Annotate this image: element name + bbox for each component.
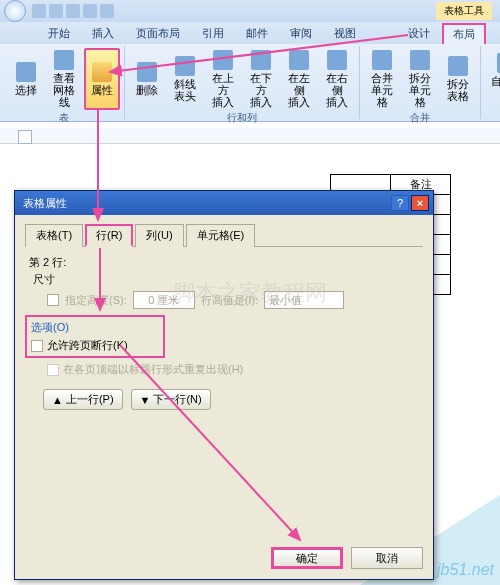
grid-icon [54, 50, 74, 70]
repeat-header-checkbox [47, 364, 59, 376]
ribbon-tabs: 开始 插入 页面布局 引用 邮件 审阅 视图 设计 布局 [0, 22, 500, 44]
height-spinner[interactable]: 0 厘米 [133, 291, 195, 309]
height-type-select[interactable]: 最小值 [264, 291, 344, 309]
quick-access-toolbar [32, 4, 114, 18]
office-button[interactable] [4, 0, 26, 22]
btn-insert-left[interactable]: 在左侧插入 [281, 48, 317, 110]
delete-icon [137, 62, 157, 82]
qat-undo-icon[interactable] [49, 4, 63, 18]
split-table-icon [448, 56, 468, 76]
btn-delete[interactable]: 删除 [129, 48, 165, 110]
btn-insert-below[interactable]: 在下方插入 [243, 48, 279, 110]
down-arrow-icon: ▼ [140, 394, 151, 406]
col-left-icon [289, 50, 309, 70]
tab-layout[interactable]: 布局 [442, 23, 486, 44]
tab-insert[interactable]: 插入 [82, 23, 124, 44]
specify-height-label: 指定高度(S): [65, 293, 127, 308]
qat-save-icon[interactable] [32, 4, 46, 18]
dialog-title: 表格属性 [19, 196, 391, 211]
btn-insert-right[interactable]: 在右侧插入 [319, 48, 355, 110]
group-label-rowcol: 行和列 [227, 110, 257, 125]
dialog-tab-column[interactable]: 列(U) [135, 224, 183, 247]
options-section: 选项(O) 允许跨页断行(K) [25, 315, 165, 358]
size-label: 尺寸 [33, 272, 423, 287]
btn-insert-above[interactable]: 在上方插入 [205, 48, 241, 110]
group-autofit: 自动调整 [481, 46, 500, 119]
btn-select[interactable]: 选择 [8, 48, 44, 110]
qat-preview-icon[interactable] [100, 4, 114, 18]
next-row-button[interactable]: ▼下一行(N) [131, 389, 211, 410]
btn-gridlines[interactable]: 查看网格线 [46, 48, 82, 110]
dialog-tab-table[interactable]: 表格(T) [25, 224, 83, 247]
group-label-merge: 合并 [410, 110, 430, 125]
qat-redo-icon[interactable] [66, 4, 80, 18]
cancel-button[interactable]: 取消 [351, 547, 423, 569]
tab-page-layout[interactable]: 页面布局 [126, 23, 190, 44]
specify-height-checkbox[interactable] [47, 294, 59, 306]
prev-row-button[interactable]: ▲上一行(P) [43, 389, 123, 410]
split-icon [410, 50, 430, 70]
tab-design[interactable]: 设计 [398, 23, 440, 44]
allow-break-label: 允许跨页断行(K) [47, 338, 128, 353]
dialog-close-button[interactable]: × [411, 195, 429, 211]
row-below-icon [251, 50, 271, 70]
dialog-help-button[interactable]: ? [391, 195, 409, 211]
group-rows-cols: 删除 斜线表头 在上方插入 在下方插入 在左侧插入 在右侧插入 行和列 [125, 46, 360, 119]
qat-print-icon[interactable] [83, 4, 97, 18]
group-label-table: 表 [59, 110, 69, 125]
tab-mail[interactable]: 邮件 [236, 23, 278, 44]
btn-diag-header[interactable]: 斜线表头 [167, 48, 203, 110]
repeat-header-label: 在各页顶端以标题行形式重复出现(H) [63, 362, 243, 377]
tab-view[interactable]: 视图 [324, 23, 366, 44]
dialog-tab-cell[interactable]: 单元格(E) [186, 224, 256, 247]
col-right-icon [327, 50, 347, 70]
title-bar: 表格工具 [0, 0, 500, 22]
btn-split[interactable]: 拆分单元格 [402, 48, 438, 110]
options-label: 选项(O) [31, 320, 159, 335]
watermark-corner: jb51.net [437, 561, 494, 579]
cursor-icon [16, 62, 36, 82]
btn-split-table[interactable]: 拆分表格 [440, 48, 476, 110]
diag-icon [175, 56, 195, 76]
ruler [0, 128, 500, 144]
row-above-icon [213, 50, 233, 70]
btn-autofit[interactable]: 自动调整 [485, 48, 500, 105]
ribbon: 选择 查看网格线 属性 表 删除 斜线表头 在上方插入 在下方插入 在左侧插入 … [0, 44, 500, 122]
btn-properties[interactable]: 属性 [84, 48, 120, 110]
dialog-tab-row[interactable]: 行(R) [85, 224, 133, 247]
merge-icon [372, 50, 392, 70]
group-merge: 合并单元格 拆分单元格 拆分表格 合并 [360, 46, 481, 119]
height-is-label: 行高值是(I): [201, 293, 258, 308]
group-table: 选择 查看网格线 属性 表 [4, 46, 125, 119]
up-arrow-icon: ▲ [52, 394, 63, 406]
allow-break-checkbox[interactable] [31, 340, 43, 352]
tab-references[interactable]: 引用 [192, 23, 234, 44]
ok-button[interactable]: 确定 [271, 547, 343, 569]
dialog-titlebar[interactable]: 表格属性 ? × [15, 191, 433, 215]
properties-icon [92, 62, 112, 82]
table-properties-dialog: 表格属性 ? × 表格(T) 行(R) 列(U) 单元格(E) 第 2 行: 尺… [14, 190, 434, 580]
tab-home[interactable]: 开始 [38, 23, 80, 44]
btn-merge[interactable]: 合并单元格 [364, 48, 400, 110]
contextual-tab-title: 表格工具 [436, 2, 492, 20]
tab-review[interactable]: 审阅 [280, 23, 322, 44]
row-number-label: 第 2 行: [29, 255, 423, 270]
dialog-tabs: 表格(T) 行(R) 列(U) 单元格(E) [25, 223, 423, 247]
